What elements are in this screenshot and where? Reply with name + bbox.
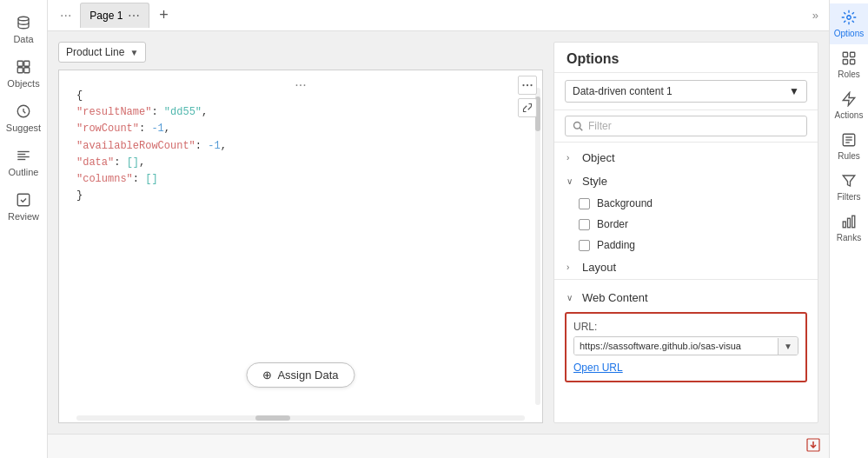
background-checkbox[interactable] xyxy=(579,198,590,209)
sidebar-item-review[interactable]: Review xyxy=(0,184,47,229)
section-web-content-chevron-icon: ∨ xyxy=(567,293,577,302)
right-rules-label: Rules xyxy=(838,151,860,161)
padding-label: Padding xyxy=(597,239,635,251)
product-line-dropdown[interactable]: Product Line ▼ xyxy=(58,42,146,63)
assign-data-icon: ⊕ xyxy=(262,368,272,382)
svg-rect-26 xyxy=(843,222,845,228)
svg-point-12 xyxy=(527,84,528,86)
data-driven-content-value: Data-driven content 1 xyxy=(573,85,673,97)
filter-input[interactable]: Filter xyxy=(565,116,807,136)
canvas-wrapper: Product Line ▼ ··· xyxy=(58,42,543,423)
svg-point-13 xyxy=(530,84,532,86)
svg-point-17 xyxy=(847,16,851,20)
sidebar-item-objects[interactable]: Objects xyxy=(0,51,47,96)
url-box: URL: ▼ Open URL xyxy=(565,312,807,382)
tab-add-button[interactable]: + xyxy=(153,5,174,26)
canvas-expand-button[interactable] xyxy=(518,98,537,117)
right-sidebar-item-actions[interactable]: Actions xyxy=(830,85,868,126)
tab-overflow-button[interactable]: ··· xyxy=(55,8,76,23)
svg-rect-27 xyxy=(848,218,851,228)
export-icon[interactable] xyxy=(806,438,820,455)
border-label: Border xyxy=(597,218,628,230)
sidebar-item-outline[interactable]: Outline xyxy=(0,140,47,184)
right-sidebar: Options Roles Actions xyxy=(829,0,868,458)
svg-rect-1 xyxy=(17,61,23,66)
filter-row: Filter xyxy=(554,110,818,143)
assign-data-button[interactable]: ⊕ Assign Data xyxy=(246,362,354,388)
right-sidebar-item-filters[interactable]: Filters xyxy=(830,167,868,208)
data-driven-chevron-icon: ▼ xyxy=(789,85,799,97)
canvas-toolbar: ··· xyxy=(289,76,311,95)
svg-rect-3 xyxy=(17,68,23,73)
dropdown-bar: Product Line ▼ xyxy=(58,42,543,63)
section-object-label: Object xyxy=(582,151,615,164)
right-sidebar-item-ranks[interactable]: Ranks xyxy=(830,208,868,249)
url-dropdown-button[interactable]: ▼ xyxy=(778,338,798,355)
right-sidebar-item-rules[interactable]: Rules xyxy=(830,126,868,167)
options-dropdown-row: Data-driven content 1 ▼ xyxy=(554,73,818,110)
canvas-scrollbar-bottom-thumb xyxy=(255,415,290,421)
sidebar-outline-label: Outline xyxy=(9,167,39,177)
section-object[interactable]: › Object xyxy=(554,146,818,169)
section-style[interactable]: ∨ Style xyxy=(554,169,818,193)
svg-rect-21 xyxy=(851,60,855,64)
rules-icon xyxy=(841,132,857,149)
style-padding-item[interactable]: Padding xyxy=(554,235,818,256)
background-label: Background xyxy=(597,197,653,209)
options-icon xyxy=(841,10,857,27)
ranks-icon xyxy=(841,214,857,231)
section-layout[interactable]: › Layout xyxy=(554,256,818,279)
database-icon xyxy=(15,14,32,31)
web-content-section: ∨ Web Content URL: ▼ Open URL xyxy=(554,279,818,396)
canvas-top-right-buttons xyxy=(518,76,537,117)
right-sidebar-item-roles[interactable]: Roles xyxy=(830,44,868,85)
section-web-content[interactable]: ∨ Web Content xyxy=(554,287,818,309)
suggest-icon xyxy=(15,103,32,120)
sidebar-suggest-label: Suggest xyxy=(6,123,41,133)
tab-page1-more[interactable]: ⋯ xyxy=(128,9,140,23)
section-layout-chevron-icon: › xyxy=(567,262,577,272)
actions-icon xyxy=(841,91,857,109)
options-panel: Options Data-driven content 1 ▼ Filter xyxy=(553,42,818,423)
svg-point-11 xyxy=(522,84,524,86)
svg-rect-19 xyxy=(851,52,855,56)
right-sidebar-item-options[interactable]: Options xyxy=(830,3,868,44)
tab-bar: ··· Page 1 ⋯ + » xyxy=(48,0,829,31)
roles-icon xyxy=(841,50,857,68)
svg-rect-10 xyxy=(17,194,30,206)
canvas-toolbar-dots[interactable]: ··· xyxy=(289,76,311,95)
tab-page1[interactable]: Page 1 ⋯ xyxy=(80,3,149,28)
style-background-item[interactable]: Background xyxy=(554,193,818,214)
svg-rect-4 xyxy=(24,68,30,73)
url-input[interactable] xyxy=(574,337,778,355)
main-area: ··· Page 1 ⋯ + » Product Line ▼ ··· xyxy=(48,0,829,458)
open-url-link[interactable]: Open URL xyxy=(573,362,623,374)
padding-checkbox[interactable] xyxy=(579,240,590,251)
url-input-row: ▼ xyxy=(573,336,798,355)
sidebar-item-suggest[interactable]: Suggest xyxy=(0,96,47,140)
canvas-more-button[interactable] xyxy=(518,76,537,95)
svg-rect-28 xyxy=(852,216,855,228)
svg-line-15 xyxy=(580,128,582,130)
sidebar-item-data[interactable]: Data xyxy=(0,7,47,51)
search-icon xyxy=(573,121,583,131)
svg-rect-20 xyxy=(843,60,847,64)
assign-data-label: Assign Data xyxy=(277,368,338,382)
canvas-scrollbar-bottom[interactable] xyxy=(76,415,525,421)
tab-chevron-right-icon[interactable]: » xyxy=(809,5,822,25)
style-border-item[interactable]: Border xyxy=(554,214,818,235)
data-driven-content-dropdown[interactable]: Data-driven content 1 ▼ xyxy=(565,80,807,103)
sidebar-review-label: Review xyxy=(8,211,39,222)
product-line-chevron-icon: ▼ xyxy=(129,48,138,57)
border-checkbox[interactable] xyxy=(579,219,590,230)
right-ranks-label: Ranks xyxy=(837,233,861,242)
canvas-scrollbar-right[interactable] xyxy=(535,88,540,405)
section-style-label: Style xyxy=(582,175,607,188)
right-actions-label: Actions xyxy=(835,110,864,120)
section-layout-label: Layout xyxy=(582,261,616,274)
canvas-container: ··· { "resultName": "dd55", xyxy=(58,70,543,423)
left-sidebar: Data Objects Suggest xyxy=(0,0,48,458)
svg-rect-18 xyxy=(843,52,847,56)
filters-icon xyxy=(841,173,857,190)
right-filters-label: Filters xyxy=(837,192,860,202)
